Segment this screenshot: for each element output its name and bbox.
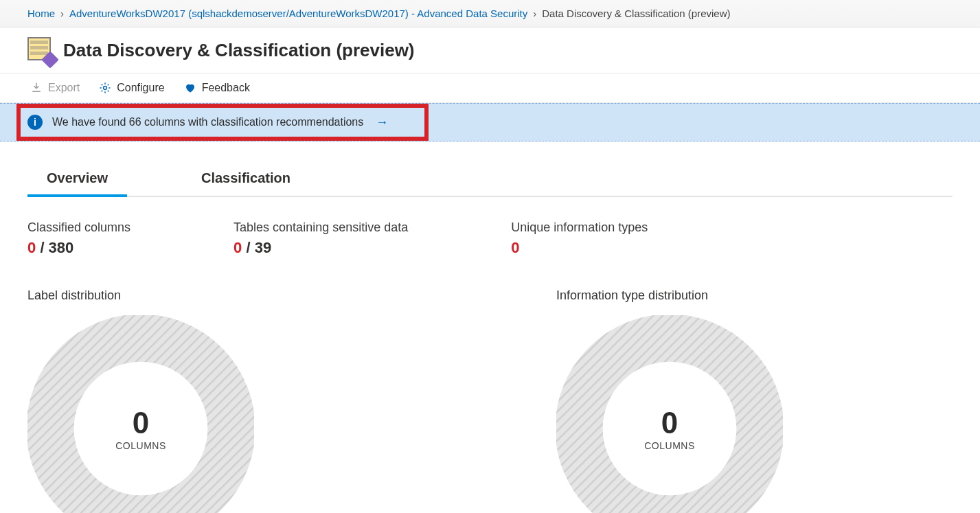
chevron-right-icon: ›	[533, 8, 536, 19]
stat-count: 0	[233, 239, 242, 256]
chart-label-distribution: Label distribution 0 COLUMNS	[27, 288, 254, 513]
stat-label: Unique information types	[511, 220, 648, 235]
stat-label: Tables containing sensitive data	[233, 220, 408, 235]
stat-total: 39	[255, 239, 271, 256]
recommendation-text: We have found 66 columns with classifica…	[52, 116, 363, 128]
data-classification-icon	[27, 37, 55, 63]
arrow-right-icon: →	[376, 115, 388, 130]
stat-sep: /	[40, 239, 48, 256]
gear-icon	[99, 82, 111, 94]
recommendation-banner-area: i We have found 66 columns with classifi…	[0, 103, 980, 141]
heart-icon	[184, 82, 196, 94]
stat-count: 0	[511, 239, 519, 256]
stat-count: 0	[27, 239, 36, 256]
chevron-right-icon: ›	[60, 8, 64, 19]
download-icon	[30, 82, 43, 94]
stat-unique-types: Unique information types 0	[511, 220, 648, 257]
svg-point-0	[104, 87, 107, 90]
stat-value: 0 / 39	[233, 239, 408, 257]
recommendation-banner[interactable]: i We have found 66 columns with classifi…	[16, 104, 429, 141]
main-content: Overview Classification Classified colum…	[0, 141, 980, 513]
toolbar: Export Configure Feedback	[0, 73, 980, 103]
feedback-button[interactable]: Feedback	[184, 82, 250, 94]
donut-chart: 0 COLUMNS	[27, 315, 254, 513]
stat-value: 0	[511, 239, 648, 257]
tab-overview[interactable]: Overview	[27, 163, 127, 196]
export-label: Export	[48, 82, 80, 94]
svg-point-3	[50, 338, 231, 513]
breadcrumb: Home › AdventureWorksDW2017 (sqlshackdem…	[0, 0, 980, 27]
stat-sep: /	[246, 239, 254, 256]
stat-tables-sensitive: Tables containing sensitive data 0 / 39	[233, 220, 408, 257]
breadcrumb-current: Data Discovery & Classification (preview…	[542, 8, 730, 19]
tabs: Overview Classification	[27, 163, 953, 197]
stat-value: 0 / 380	[27, 239, 130, 257]
breadcrumb-home[interactable]: Home	[27, 8, 55, 19]
info-icon: i	[27, 115, 43, 130]
donut-chart: 0 COLUMNS	[556, 315, 783, 513]
stats-row: Classified columns 0 / 380 Tables contai…	[27, 220, 953, 257]
export-button: Export	[30, 82, 80, 94]
page-title: Data Discovery & Classification (preview…	[63, 40, 415, 61]
chart-title: Label distribution	[27, 288, 254, 303]
configure-label: Configure	[117, 82, 164, 94]
stat-label: Classified columns	[27, 220, 130, 235]
chart-info-type-distribution: Information type distribution 0 COLUMNS	[556, 288, 783, 513]
stat-classified-columns: Classified columns 0 / 380	[27, 220, 130, 257]
donut-svg	[556, 315, 783, 513]
chart-title: Information type distribution	[556, 288, 783, 303]
donut-svg	[27, 315, 254, 513]
page-header: Data Discovery & Classification (preview…	[0, 27, 980, 73]
feedback-label: Feedback	[202, 82, 250, 94]
charts-row: Label distribution 0 COLUMNS	[27, 288, 953, 513]
stat-total: 380	[49, 239, 74, 256]
configure-button[interactable]: Configure	[99, 82, 164, 94]
tab-classification[interactable]: Classification	[182, 163, 310, 196]
breadcrumb-database[interactable]: AdventureWorksDW2017 (sqlshackdemoserver…	[69, 8, 527, 19]
svg-point-6	[579, 338, 760, 513]
